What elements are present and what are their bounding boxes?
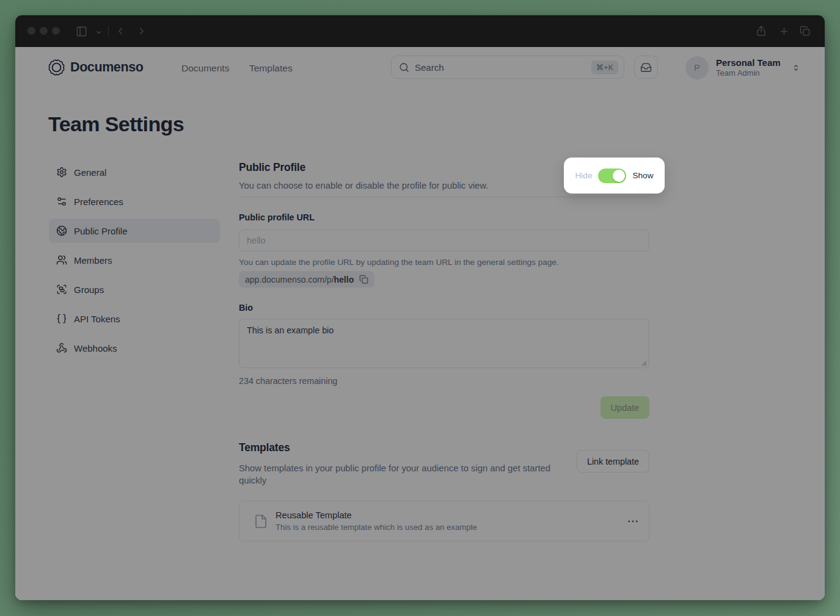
browser-titlebar	[15, 15, 825, 47]
traffic-lights	[27, 27, 60, 35]
browser-window: Documenso Documents Templates Search ⌘+K…	[15, 15, 825, 600]
tab-overview-icon[interactable]	[800, 26, 811, 37]
toggle-knob	[613, 170, 625, 182]
share-icon[interactable]	[756, 25, 767, 37]
dim-overlay	[15, 47, 825, 600]
zoom-window-button[interactable]	[52, 27, 60, 35]
profile-visibility-toggle[interactable]	[598, 168, 626, 183]
titlebar-divider	[108, 26, 109, 36]
toggle-on-label: Show	[632, 171, 653, 180]
browser-viewport: Documenso Documents Templates Search ⌘+K…	[15, 47, 825, 600]
back-button[interactable]	[115, 26, 126, 37]
close-window-button[interactable]	[27, 27, 35, 35]
profile-visibility-spotlight: Hide Show	[564, 158, 665, 194]
sidebar-panel-icon[interactable]	[76, 26, 87, 37]
toggle-off-label: Hide	[575, 171, 593, 180]
chevron-down-icon[interactable]	[95, 29, 103, 36]
minimize-window-button[interactable]	[40, 27, 48, 35]
forward-button[interactable]	[136, 26, 147, 37]
new-tab-icon[interactable]	[779, 26, 789, 37]
